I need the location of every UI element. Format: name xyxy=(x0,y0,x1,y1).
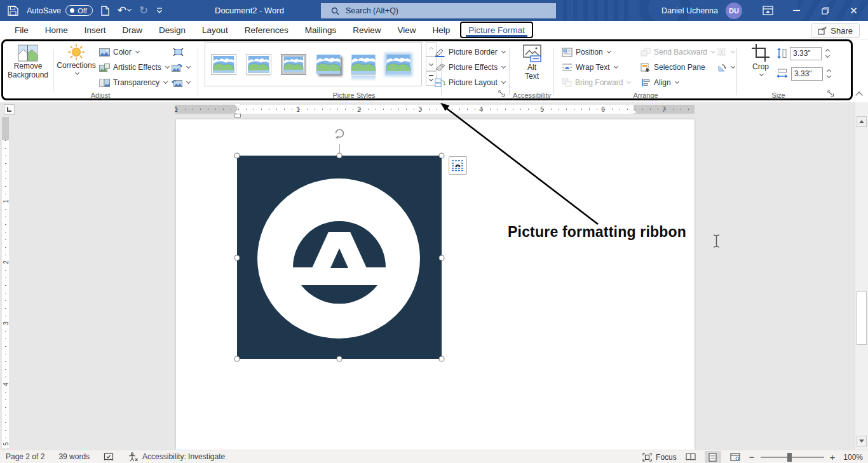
avatar[interactable]: DU xyxy=(726,3,742,19)
resize-handle-e[interactable] xyxy=(439,255,445,261)
proofing-icon[interactable] xyxy=(104,452,114,462)
style-simple-frame-white[interactable] xyxy=(208,46,239,83)
tab-references[interactable]: References xyxy=(236,21,297,39)
zoom-level[interactable]: 100% xyxy=(843,453,863,462)
compress-pictures-button[interactable] xyxy=(173,46,184,58)
resize-handle-sw[interactable] xyxy=(234,356,240,362)
width-input[interactable] xyxy=(791,67,823,81)
tab-help[interactable]: Help xyxy=(424,21,459,39)
undo-button[interactable]: ↶ xyxy=(118,5,131,16)
customize-qat-icon[interactable] xyxy=(156,8,163,13)
search-box[interactable]: Search (Alt+Q) xyxy=(321,3,556,18)
restore-button[interactable] xyxy=(811,0,839,21)
share-button[interactable]: Share xyxy=(811,23,860,38)
tab-mailings[interactable]: Mailings xyxy=(297,21,345,39)
focus-button[interactable]: Focus xyxy=(642,453,677,462)
size-dialog-launcher[interactable] xyxy=(827,90,835,98)
vertical-ruler[interactable]: 1 2 3 4 5 xyxy=(2,117,9,448)
save-icon[interactable] xyxy=(8,6,18,16)
transparency-button[interactable]: Transparency xyxy=(99,76,167,89)
rotate-objects-button[interactable] xyxy=(717,61,735,74)
change-picture-button[interactable] xyxy=(172,61,190,74)
picture-layout-button[interactable]: Picture Layout xyxy=(435,76,505,89)
change-picture-icon xyxy=(172,64,182,72)
width-stepper[interactable] xyxy=(827,70,831,77)
close-button[interactable]: ✕ xyxy=(839,0,868,21)
print-layout-button[interactable] xyxy=(705,451,721,463)
tab-home[interactable]: Home xyxy=(37,21,76,39)
picture-styles-dialog-launcher[interactable] xyxy=(498,90,506,98)
bring-forward-button[interactable]: Bring Forward xyxy=(562,76,630,89)
word-count[interactable]: 39 words xyxy=(58,452,90,461)
resize-handle-w[interactable] xyxy=(234,255,240,261)
zoom-in-button[interactable]: + xyxy=(830,452,836,462)
resize-handle-n[interactable] xyxy=(337,153,342,159)
read-mode-button[interactable] xyxy=(682,451,699,463)
reset-picture-button[interactable] xyxy=(172,76,190,89)
remove-background-button[interactable]: Remove Background xyxy=(6,44,50,80)
style-reflected-rectangle[interactable] xyxy=(348,46,379,83)
style-metal-frame[interactable] xyxy=(278,46,309,83)
scrollbar-thumb[interactable] xyxy=(857,292,867,345)
collapse-ribbon-icon[interactable] xyxy=(855,91,862,98)
resize-handle-s[interactable] xyxy=(337,356,342,362)
style-beveled-matte-white[interactable] xyxy=(243,46,274,83)
zoom-slider-thumb[interactable] xyxy=(787,453,792,462)
zoom-out-button[interactable]: − xyxy=(749,452,755,462)
resize-handle-se[interactable] xyxy=(439,356,445,362)
ribbon-display-options-icon[interactable] xyxy=(754,0,782,21)
selected-picture[interactable] xyxy=(237,156,442,359)
tab-picture-format[interactable]: Picture Format xyxy=(460,22,533,38)
redo-button[interactable]: ↻ xyxy=(139,5,148,16)
focus-icon xyxy=(642,453,652,462)
corrections-button[interactable]: Corrections xyxy=(57,43,95,74)
accessibility-group-label: Accessibility xyxy=(510,91,554,99)
scroll-down-button[interactable] xyxy=(857,436,867,446)
scroll-up-button[interactable] xyxy=(857,116,867,127)
tab-layout[interactable]: Layout xyxy=(194,21,236,39)
zoom-slider[interactable] xyxy=(761,457,824,458)
wrap-text-button[interactable]: Wrap Text xyxy=(562,61,618,74)
style-drop-shadow-rectangle[interactable] xyxy=(313,46,344,83)
tab-selector[interactable] xyxy=(4,104,15,115)
align-button[interactable]: Align xyxy=(641,76,679,89)
alt-text-button[interactable]: Alt Text xyxy=(517,44,546,81)
web-layout-button[interactable] xyxy=(727,451,743,463)
ruler-number: 6 xyxy=(601,105,605,114)
new-document-icon[interactable] xyxy=(101,6,109,16)
left-indent-marker[interactable] xyxy=(234,114,241,117)
tab-view[interactable]: View xyxy=(389,21,424,39)
picture-effects-button[interactable]: Picture Effects xyxy=(435,61,505,74)
resize-handle-ne[interactable] xyxy=(439,153,445,159)
style-soft-edge-rectangle[interactable] xyxy=(383,46,414,83)
resize-handle-nw[interactable] xyxy=(234,153,240,159)
artistic-effects-button[interactable]: Artistic Effects xyxy=(99,61,169,74)
height-stepper[interactable] xyxy=(826,50,829,57)
tab-review[interactable]: Review xyxy=(344,21,389,39)
tab-file[interactable]: File xyxy=(6,21,37,39)
rotate-handle[interactable] xyxy=(333,127,346,140)
send-backward-button[interactable]: Send Backward xyxy=(641,46,715,58)
status-bar: Page 2 of 2 39 words Accessibility: Inve… xyxy=(0,450,868,463)
vertical-scrollbar[interactable] xyxy=(855,102,868,450)
picture-border-button[interactable]: Picture Border xyxy=(435,46,505,58)
layout-options-button[interactable] xyxy=(449,156,467,175)
accessibility-status[interactable]: Accessibility: Investigate xyxy=(128,452,225,462)
right-indent-marker[interactable] xyxy=(630,109,637,113)
group-objects-button[interactable] xyxy=(717,46,735,58)
user-name[interactable]: Daniel Uchenna xyxy=(661,6,718,15)
minimize-button[interactable] xyxy=(782,0,811,21)
horizontal-ruler[interactable]: 1 1 2 3 4 5 6 7 xyxy=(0,102,868,117)
position-button[interactable]: Position xyxy=(562,46,611,58)
page-indicator[interactable]: Page 2 of 2 xyxy=(6,452,44,461)
height-input[interactable] xyxy=(790,47,822,60)
crop-button[interactable]: Crop xyxy=(747,43,774,76)
tab-design[interactable]: Design xyxy=(151,21,194,39)
color-button[interactable]: Color xyxy=(99,46,139,58)
first-line-indent-marker[interactable] xyxy=(234,104,241,108)
autosave-toggle[interactable]: Off xyxy=(65,5,92,16)
tab-insert[interactable]: Insert xyxy=(76,21,114,39)
tab-draw[interactable]: Draw xyxy=(114,21,151,39)
selection-pane-button[interactable]: Selection Pane xyxy=(641,61,705,74)
hanging-indent-marker[interactable] xyxy=(234,109,241,113)
